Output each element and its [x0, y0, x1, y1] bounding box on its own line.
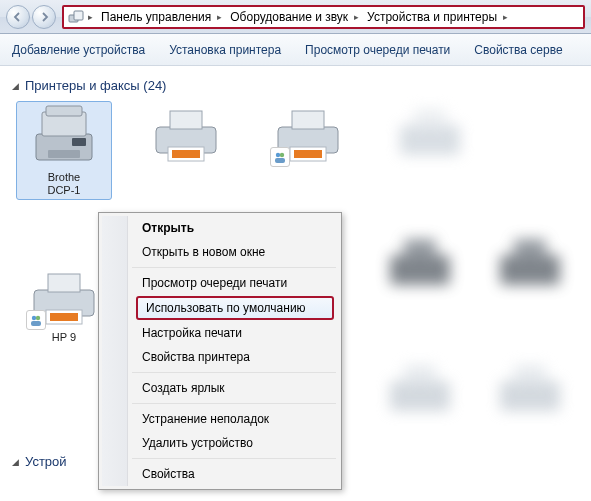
- back-button[interactable]: [6, 5, 30, 29]
- svg-rect-1: [74, 11, 83, 20]
- device-item[interactable]: [260, 101, 356, 200]
- add-device-button[interactable]: Добавление устройства: [12, 43, 145, 57]
- svg-rect-33: [500, 381, 560, 411]
- svg-rect-31: [390, 381, 450, 411]
- address-bar[interactable]: ▸ Панель управления▸ Оборудование и звук…: [62, 5, 585, 29]
- menu-item-open-new-window[interactable]: Открыть в новом окне: [132, 240, 338, 264]
- menu-item-view-queue[interactable]: Просмотр очереди печати: [132, 271, 338, 295]
- svg-point-15: [276, 153, 280, 157]
- breadcrumb-label: Оборудование и звук: [226, 10, 352, 24]
- svg-rect-27: [390, 255, 450, 285]
- menu-item-remove-device[interactable]: Удалить устройство: [132, 431, 338, 455]
- menu-item-printer-properties[interactable]: Свойства принтера: [132, 345, 338, 369]
- svg-rect-6: [48, 150, 80, 158]
- svg-rect-10: [172, 150, 200, 158]
- breadcrumb-label: Панель управления: [97, 10, 215, 24]
- view-queue-button[interactable]: Просмотр очереди печати: [305, 43, 450, 57]
- printer-icon: [384, 231, 456, 295]
- breadcrumb-root[interactable]: ▸: [86, 12, 95, 22]
- collapse-icon: ◢: [12, 457, 19, 467]
- breadcrumb-label: Устройства и принтеры: [363, 10, 501, 24]
- device-item[interactable]: [482, 231, 578, 295]
- printer-icon: [494, 357, 566, 421]
- device-item[interactable]: [482, 357, 578, 421]
- svg-point-25: [36, 316, 40, 320]
- printer-icon: [494, 231, 566, 295]
- svg-rect-12: [292, 111, 324, 129]
- nav-arrows: [6, 5, 56, 29]
- printer-mfp-icon: [28, 104, 100, 168]
- svg-rect-34: [514, 365, 546, 383]
- devices-icon: [68, 9, 84, 25]
- breadcrumb-hardware-sound[interactable]: Оборудование и звук▸: [226, 10, 361, 24]
- shared-badge-icon: [270, 147, 290, 167]
- menu-item-troubleshoot[interactable]: Устранение неполадок: [132, 407, 338, 431]
- server-properties-button[interactable]: Свойства серве: [474, 43, 562, 57]
- menu-item-set-default[interactable]: Использовать по умолчанию: [136, 296, 334, 320]
- printer-icon: [28, 264, 100, 328]
- svg-rect-28: [404, 239, 436, 257]
- breadcrumb-devices-printers[interactable]: Устройства и принтеры▸: [363, 10, 510, 24]
- svg-rect-26: [31, 321, 41, 326]
- chevron-right-icon: ▸: [352, 12, 361, 22]
- menu-item-properties[interactable]: Свойства: [132, 462, 338, 486]
- menu-separator: [132, 267, 336, 268]
- menu-item-open[interactable]: Открыть: [132, 216, 338, 240]
- shared-badge-icon: [26, 310, 46, 330]
- printer-icon: [394, 101, 466, 165]
- svg-point-16: [280, 153, 284, 157]
- svg-rect-21: [48, 274, 80, 292]
- menu-separator: [132, 403, 336, 404]
- device-item[interactable]: [372, 231, 468, 295]
- svg-rect-18: [400, 125, 460, 155]
- svg-rect-29: [500, 255, 560, 285]
- svg-rect-8: [170, 111, 202, 129]
- forward-button[interactable]: [32, 5, 56, 29]
- printer-icon: [384, 357, 456, 421]
- svg-rect-19: [414, 109, 446, 127]
- command-toolbar: Добавление устройства Установка принтера…: [0, 34, 591, 66]
- section-title: Принтеры и факсы (24): [25, 78, 166, 93]
- context-menu-gutter: [102, 216, 128, 486]
- printer-icon: [150, 101, 222, 165]
- breadcrumb-control-panel[interactable]: Панель управления▸: [97, 10, 224, 24]
- menu-item-create-shortcut[interactable]: Создать ярлык: [132, 376, 338, 400]
- section-header-printers[interactable]: ◢ Принтеры и факсы (24): [12, 78, 579, 93]
- svg-rect-30: [514, 239, 546, 257]
- svg-point-24: [32, 316, 36, 320]
- printer-icon: [272, 101, 344, 165]
- device-item-brother[interactable]: Brothe DCP-1: [16, 101, 112, 200]
- chevron-right-icon: ▸: [215, 12, 224, 22]
- context-menu: Открыть Открыть в новом окне Просмотр оч…: [98, 212, 342, 490]
- chevron-right-icon: ▸: [501, 12, 510, 22]
- device-item[interactable]: [138, 101, 234, 200]
- install-printer-button[interactable]: Установка принтера: [169, 43, 281, 57]
- device-label: HP 9: [52, 331, 76, 344]
- chevron-right-icon: ▸: [86, 12, 95, 22]
- svg-rect-17: [275, 158, 285, 163]
- collapse-icon: ◢: [12, 81, 19, 91]
- svg-rect-5: [72, 138, 86, 146]
- svg-rect-23: [50, 313, 78, 321]
- svg-rect-14: [294, 150, 322, 158]
- device-item[interactable]: [382, 101, 478, 200]
- menu-separator: [132, 372, 336, 373]
- section-title: Устрой: [25, 454, 67, 469]
- svg-rect-32: [404, 365, 436, 383]
- navigation-bar: ▸ Панель управления▸ Оборудование и звук…: [0, 0, 591, 34]
- svg-rect-4: [46, 106, 82, 116]
- device-label: Brothe DCP-1: [47, 171, 80, 197]
- section-header-devices[interactable]: ◢ Устрой: [12, 454, 67, 469]
- menu-separator: [132, 458, 336, 459]
- device-item[interactable]: [372, 357, 468, 421]
- menu-item-print-settings[interactable]: Настройка печати: [132, 321, 338, 345]
